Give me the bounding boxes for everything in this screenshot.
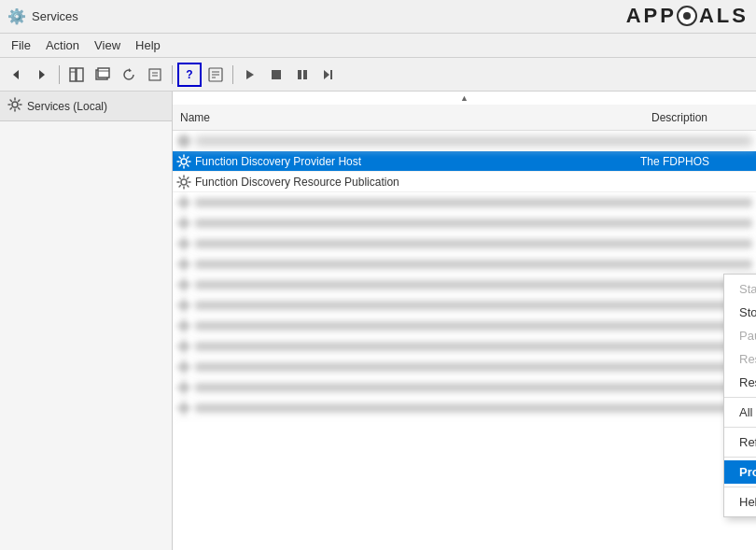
context-menu: Start Stop Pause Resume Restart All Task… <box>723 274 756 517</box>
svg-point-31 <box>181 303 187 308</box>
ctx-properties[interactable]: Properties <box>724 460 756 484</box>
export-button[interactable] <box>143 63 167 87</box>
ctx-stop-label: Stop <box>739 305 756 319</box>
svg-point-36 <box>181 405 187 411</box>
service-icon <box>176 401 191 416</box>
title-bar: ⚙️ Services A P P A L S <box>0 0 756 34</box>
services-panel: ▲ Name Description Func <box>173 92 756 550</box>
service-icon <box>176 175 191 190</box>
toolbar-sep-3 <box>232 65 233 84</box>
col-name-header[interactable]: Name <box>173 111 644 124</box>
svg-point-26 <box>181 200 187 205</box>
list-item[interactable] <box>173 192 756 213</box>
list-item[interactable] <box>173 295 756 316</box>
help-button[interactable]: ? <box>177 63 202 87</box>
list-item[interactable] <box>173 398 756 418</box>
col-desc-header[interactable]: Description <box>644 111 756 124</box>
svg-point-27 <box>181 220 187 226</box>
menu-help[interactable]: Help <box>128 35 168 55</box>
svg-rect-18 <box>298 70 301 79</box>
svg-point-29 <box>181 261 187 267</box>
list-item[interactable] <box>173 213 756 233</box>
menu-bar: File Action View Help <box>0 34 756 58</box>
pause-button[interactable] <box>290 63 315 87</box>
svg-rect-6 <box>98 68 109 78</box>
refresh-button[interactable] <box>117 63 141 87</box>
svg-point-30 <box>181 282 187 288</box>
properties-button[interactable] <box>203 63 228 87</box>
list-item[interactable] <box>173 131 756 151</box>
sort-indicator: ▲ <box>173 92 756 105</box>
console-tree-icon <box>69 67 84 82</box>
menu-view[interactable]: View <box>87 35 128 55</box>
console-tree-button[interactable] <box>64 63 89 87</box>
play-button[interactable] <box>238 63 262 87</box>
service-icon <box>176 257 191 272</box>
service-icon <box>176 360 191 374</box>
svg-point-22 <box>12 102 18 107</box>
ctx-start-label: Start <box>739 282 756 296</box>
svg-point-34 <box>181 364 187 370</box>
service-name <box>195 136 752 146</box>
forward-button[interactable] <box>30 63 54 87</box>
main-layout: Services (Local) ▲ Name Description <box>0 92 756 550</box>
ctx-resume-label: Resume <box>739 352 756 366</box>
new-window-button[interactable] <box>91 63 115 87</box>
export-icon <box>147 67 162 82</box>
services-header: Name Description <box>173 105 756 131</box>
menu-file[interactable]: File <box>4 35 38 55</box>
toolbar: ? <box>0 58 756 92</box>
svg-point-23 <box>181 138 187 144</box>
resume-button[interactable] <box>316 63 341 87</box>
toolbar-sep-1 <box>59 65 60 84</box>
ctx-stop[interactable]: Stop <box>724 301 756 324</box>
properties-icon <box>208 67 223 82</box>
svg-marker-1 <box>39 70 45 79</box>
service-icon <box>176 339 191 354</box>
list-item[interactable] <box>173 357 756 377</box>
service-name-selected: Function Discovery Provider Host <box>195 155 640 168</box>
menu-action[interactable]: Action <box>38 35 87 55</box>
svg-rect-19 <box>303 70 307 79</box>
svg-point-28 <box>181 241 187 247</box>
ctx-resume[interactable]: Resume <box>724 347 756 371</box>
list-item[interactable] <box>173 336 756 357</box>
back-icon <box>9 68 22 81</box>
ctx-pause[interactable]: Pause <box>724 324 756 347</box>
list-item[interactable]: Function Discovery Resource Publication <box>173 172 756 192</box>
ctx-restart-label: Restart <box>739 375 756 389</box>
ctx-sep-2 <box>724 427 756 428</box>
svg-point-35 <box>181 385 187 390</box>
list-item[interactable] <box>173 254 756 275</box>
svg-marker-16 <box>246 70 254 79</box>
ctx-restart[interactable]: Restart <box>724 371 756 394</box>
stop-button[interactable] <box>264 63 288 87</box>
panel-gear-icon <box>7 97 22 115</box>
new-window-icon <box>95 67 110 82</box>
list-item-selected[interactable]: Function Discovery Provider Host The FDP… <box>173 151 756 172</box>
refresh-icon <box>121 67 136 82</box>
list-item[interactable] <box>173 233 756 254</box>
ctx-properties-label: Properties <box>739 465 756 479</box>
service-icon-selected <box>176 154 191 169</box>
svg-rect-9 <box>149 69 161 80</box>
resume-icon <box>322 68 335 81</box>
svg-point-25 <box>181 179 187 185</box>
list-item[interactable] <box>173 275 756 295</box>
svg-marker-20 <box>324 70 329 79</box>
left-panel: Services (Local) <box>0 92 173 550</box>
list-item[interactable] <box>173 316 756 336</box>
title-bar-icon: ⚙️ <box>7 7 26 25</box>
ctx-help[interactable]: Help <box>724 490 756 514</box>
service-icon <box>176 318 191 333</box>
ctx-all-tasks[interactable]: All Tasks › <box>724 401 756 424</box>
svg-point-24 <box>181 159 187 164</box>
back-button[interactable] <box>4 63 28 87</box>
services-list: Function Discovery Provider Host The FDP… <box>173 131 756 550</box>
ctx-help-label: Help <box>739 495 756 509</box>
list-item[interactable] <box>173 377 756 398</box>
ctx-refresh[interactable]: Refresh <box>724 430 756 454</box>
svg-point-33 <box>181 344 187 349</box>
panel-title: Services (Local) <box>27 100 107 113</box>
ctx-start[interactable]: Start <box>724 277 756 301</box>
